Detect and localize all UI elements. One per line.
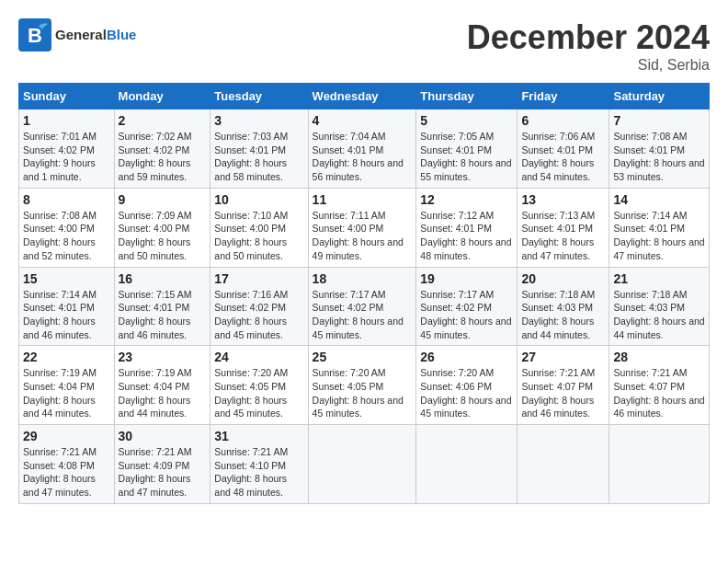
calendar-cell: 22 Sunrise: 7:19 AM Sunset: 4:04 PM Dayl… [19, 346, 115, 425]
calendar-title: December 2024 [467, 18, 710, 57]
calendar-cell: 2 Sunrise: 7:02 AM Sunset: 4:02 PM Dayli… [114, 109, 210, 189]
calendar-cell: 3 Sunrise: 7:03 AM Sunset: 4:01 PM Dayli… [210, 109, 308, 189]
calendar-cell: 10 Sunrise: 7:10 AM Sunset: 4:00 PM Dayl… [210, 188, 308, 267]
day-info: Sunrise: 7:03 AM Sunset: 4:01 PM Dayligh… [214, 130, 303, 184]
day-info: Sunrise: 7:18 AM Sunset: 4:03 PM Dayligh… [613, 288, 705, 342]
day-number: 10 [214, 192, 303, 207]
day-info: Sunrise: 7:05 AM Sunset: 4:01 PM Dayligh… [420, 130, 513, 184]
day-info: Sunrise: 7:14 AM Sunset: 4:01 PM Dayligh… [23, 288, 110, 342]
calendar-cell: 26 Sunrise: 7:20 AM Sunset: 4:06 PM Dayl… [416, 346, 518, 425]
day-number: 23 [119, 350, 207, 364]
calendar-week-row: 1 Sunrise: 7:01 AM Sunset: 4:02 PM Dayli… [19, 109, 710, 189]
day-info: Sunrise: 7:02 AM Sunset: 4:02 PM Dayligh… [119, 130, 207, 184]
calendar-cell: 21 Sunrise: 7:18 AM Sunset: 4:03 PM Dayl… [609, 267, 710, 346]
day-info: Sunrise: 7:13 AM Sunset: 4:01 PM Dayligh… [521, 209, 605, 263]
svg-text:B: B [28, 24, 42, 47]
day-number: 6 [521, 113, 605, 128]
day-info: Sunrise: 7:14 AM Sunset: 4:01 PM Dayligh… [613, 209, 705, 263]
calendar-cell [609, 425, 710, 504]
day-number: 29 [23, 429, 110, 443]
day-info: Sunrise: 7:21 AM Sunset: 4:10 PM Dayligh… [214, 445, 303, 500]
calendar-cell: 24 Sunrise: 7:20 AM Sunset: 4:05 PM Dayl… [210, 346, 308, 425]
day-info: Sunrise: 7:06 AM Sunset: 4:01 PM Dayligh… [521, 130, 605, 184]
day-info: Sunrise: 7:04 AM Sunset: 4:01 PM Dayligh… [313, 130, 413, 184]
logo-text-blue: Blue [107, 27, 137, 42]
calendar-week-row: 22 Sunrise: 7:19 AM Sunset: 4:04 PM Dayl… [19, 346, 710, 425]
day-info: Sunrise: 7:20 AM Sunset: 4:05 PM Dayligh… [214, 366, 303, 420]
calendar-week-row: 8 Sunrise: 7:08 AM Sunset: 4:00 PM Dayli… [19, 188, 710, 267]
day-info: Sunrise: 7:21 AM Sunset: 4:09 PM Dayligh… [119, 445, 207, 500]
day-info: Sunrise: 7:20 AM Sunset: 4:05 PM Dayligh… [313, 366, 413, 420]
calendar-cell: 4 Sunrise: 7:04 AM Sunset: 4:01 PM Dayli… [308, 109, 416, 189]
calendar-cell: 23 Sunrise: 7:19 AM Sunset: 4:04 PM Dayl… [114, 346, 210, 425]
day-number: 18 [313, 271, 413, 286]
calendar-cell: 19 Sunrise: 7:17 AM Sunset: 4:02 PM Dayl… [416, 267, 518, 346]
day-number: 17 [214, 271, 303, 286]
day-number: 15 [23, 271, 110, 286]
col-tuesday: Tuesday [210, 84, 308, 109]
calendar-week-row: 15 Sunrise: 7:14 AM Sunset: 4:01 PM Dayl… [19, 267, 710, 346]
day-info: Sunrise: 7:17 AM Sunset: 4:02 PM Dayligh… [420, 288, 513, 342]
calendar-cell: 5 Sunrise: 7:05 AM Sunset: 4:01 PM Dayli… [416, 109, 518, 189]
day-info: Sunrise: 7:11 AM Sunset: 4:00 PM Dayligh… [313, 209, 413, 263]
day-info: Sunrise: 7:08 AM Sunset: 4:00 PM Dayligh… [23, 209, 110, 263]
calendar-cell: 28 Sunrise: 7:21 AM Sunset: 4:07 PM Dayl… [609, 346, 710, 425]
calendar-cell: 27 Sunrise: 7:21 AM Sunset: 4:07 PM Dayl… [518, 346, 609, 425]
day-number: 1 [23, 113, 110, 128]
day-number: 11 [313, 192, 413, 207]
day-info: Sunrise: 7:19 AM Sunset: 4:04 PM Dayligh… [23, 366, 110, 420]
calendar-cell: 18 Sunrise: 7:17 AM Sunset: 4:02 PM Dayl… [308, 267, 416, 346]
day-number: 21 [613, 271, 705, 286]
calendar-subtitle: Sid, Serbia [467, 57, 710, 74]
calendar-cell: 31 Sunrise: 7:21 AM Sunset: 4:10 PM Dayl… [210, 425, 308, 504]
calendar-cell: 12 Sunrise: 7:12 AM Sunset: 4:01 PM Dayl… [416, 188, 518, 267]
calendar-cell: 29 Sunrise: 7:21 AM Sunset: 4:08 PM Dayl… [19, 425, 115, 504]
logo: B GeneralBlue [18, 18, 136, 52]
day-info: Sunrise: 7:10 AM Sunset: 4:00 PM Dayligh… [214, 209, 303, 263]
calendar-cell: 30 Sunrise: 7:21 AM Sunset: 4:09 PM Dayl… [114, 425, 210, 504]
calendar-cell: 15 Sunrise: 7:14 AM Sunset: 4:01 PM Dayl… [19, 267, 115, 346]
day-number: 19 [420, 271, 513, 286]
day-info: Sunrise: 7:19 AM Sunset: 4:04 PM Dayligh… [119, 366, 207, 420]
day-info: Sunrise: 7:21 AM Sunset: 4:07 PM Dayligh… [521, 366, 605, 420]
day-number: 7 [613, 113, 705, 128]
day-info: Sunrise: 7:21 AM Sunset: 4:08 PM Dayligh… [23, 445, 110, 500]
col-monday: Monday [114, 84, 210, 109]
day-number: 24 [214, 350, 303, 364]
calendar-cell [416, 425, 518, 504]
day-info: Sunrise: 7:08 AM Sunset: 4:01 PM Dayligh… [613, 130, 705, 184]
title-section: December 2024 Sid, Serbia [467, 18, 710, 74]
calendar-cell: 25 Sunrise: 7:20 AM Sunset: 4:05 PM Dayl… [308, 346, 416, 425]
col-friday: Friday [518, 84, 609, 109]
day-info: Sunrise: 7:15 AM Sunset: 4:01 PM Dayligh… [119, 288, 207, 342]
day-number: 2 [119, 113, 207, 128]
day-number: 13 [521, 192, 605, 207]
calendar-cell: 9 Sunrise: 7:09 AM Sunset: 4:00 PM Dayli… [114, 188, 210, 267]
day-info: Sunrise: 7:21 AM Sunset: 4:07 PM Dayligh… [613, 366, 705, 420]
day-number: 5 [420, 113, 513, 128]
calendar-cell: 16 Sunrise: 7:15 AM Sunset: 4:01 PM Dayl… [114, 267, 210, 346]
day-info: Sunrise: 7:01 AM Sunset: 4:02 PM Dayligh… [23, 130, 110, 184]
day-number: 4 [313, 113, 413, 128]
day-number: 31 [214, 429, 303, 443]
day-number: 12 [420, 192, 513, 207]
calendar-header-row: Sunday Monday Tuesday Wednesday Thursday… [19, 84, 710, 109]
day-number: 16 [119, 271, 207, 286]
day-info: Sunrise: 7:20 AM Sunset: 4:06 PM Dayligh… [420, 366, 513, 420]
day-info: Sunrise: 7:16 AM Sunset: 4:02 PM Dayligh… [214, 288, 303, 342]
day-number: 14 [613, 192, 705, 207]
day-number: 8 [23, 192, 110, 207]
day-number: 30 [119, 429, 207, 443]
day-info: Sunrise: 7:09 AM Sunset: 4:00 PM Dayligh… [119, 209, 207, 263]
day-number: 27 [521, 350, 605, 364]
day-number: 9 [119, 192, 207, 207]
calendar-cell: 13 Sunrise: 7:13 AM Sunset: 4:01 PM Dayl… [518, 188, 609, 267]
day-info: Sunrise: 7:12 AM Sunset: 4:01 PM Dayligh… [420, 209, 513, 263]
calendar-table: Sunday Monday Tuesday Wednesday Thursday… [18, 83, 710, 504]
calendar-cell: 6 Sunrise: 7:06 AM Sunset: 4:01 PM Dayli… [518, 109, 609, 189]
calendar-cell: 1 Sunrise: 7:01 AM Sunset: 4:02 PM Dayli… [19, 109, 115, 189]
col-thursday: Thursday [416, 84, 518, 109]
day-info: Sunrise: 7:17 AM Sunset: 4:02 PM Dayligh… [313, 288, 413, 342]
day-info: Sunrise: 7:18 AM Sunset: 4:03 PM Dayligh… [521, 288, 605, 342]
calendar-cell: 7 Sunrise: 7:08 AM Sunset: 4:01 PM Dayli… [609, 109, 710, 189]
